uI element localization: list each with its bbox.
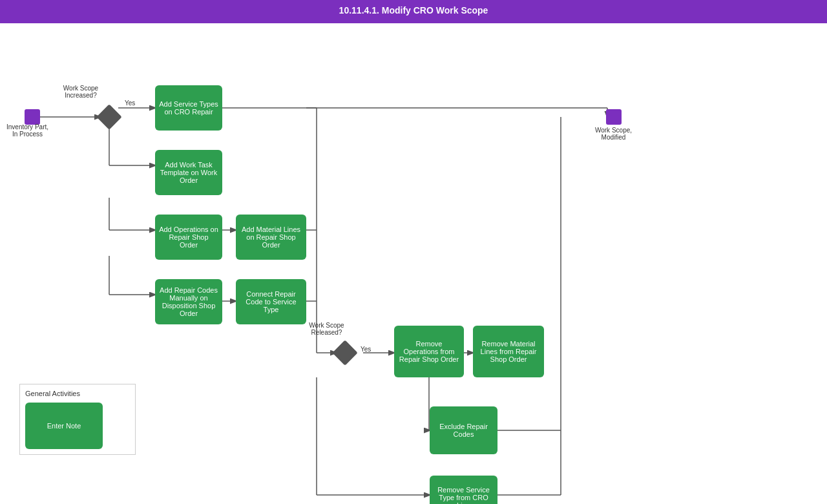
diamond-work-scope-increased-label: Work Scope Increased? (58, 85, 103, 99)
remove-material-lines-box[interactable]: Remove Material Lines from Repair Shop O… (473, 326, 544, 377)
end-node (606, 109, 622, 125)
add-material-lines-box[interactable]: Add Material Lines on Repair Shop Order (236, 215, 306, 260)
remove-service-type-box[interactable]: Remove Service Type from CRO Line (430, 476, 497, 504)
diamond-work-scope-increased (96, 104, 122, 130)
diagram-canvas: Inventory Part, In Process Work Scope In… (0, 23, 827, 504)
add-work-task-box[interactable]: Add Work Task Template on Work Order (155, 150, 222, 195)
diamond-work-scope-released-label: Work Scope Released? (302, 322, 351, 336)
start-node (25, 109, 40, 125)
diamond-work-scope-released (332, 340, 358, 366)
remove-operations-box[interactable]: Remove Operations from Repair Shop Order (394, 326, 464, 377)
page-title: 10.11.4.1. Modify CRO Work Scope (0, 0, 827, 23)
start-label: Inventory Part, In Process (3, 123, 52, 138)
legend-title: General Activities (25, 390, 130, 397)
add-operations-box[interactable]: Add Operations on Repair Shop Order (155, 215, 222, 260)
yes-label-1: Yes (125, 100, 135, 107)
add-service-types-box[interactable]: Add Service Types on CRO Repair (155, 85, 222, 131)
add-repair-codes-box[interactable]: Add Repair Codes Manually on Disposition… (155, 279, 222, 324)
exclude-repair-codes-box[interactable]: Exclude Repair Codes (430, 406, 497, 454)
enter-note-box[interactable]: Enter Note (25, 403, 103, 449)
end-label: Work Scope, Modified (589, 127, 638, 141)
yes-label-2: Yes (361, 346, 371, 353)
connect-repair-code-box[interactable]: Connect Repair Code to Service Type (236, 279, 306, 324)
legend-container: General Activities Enter Note (19, 384, 136, 455)
